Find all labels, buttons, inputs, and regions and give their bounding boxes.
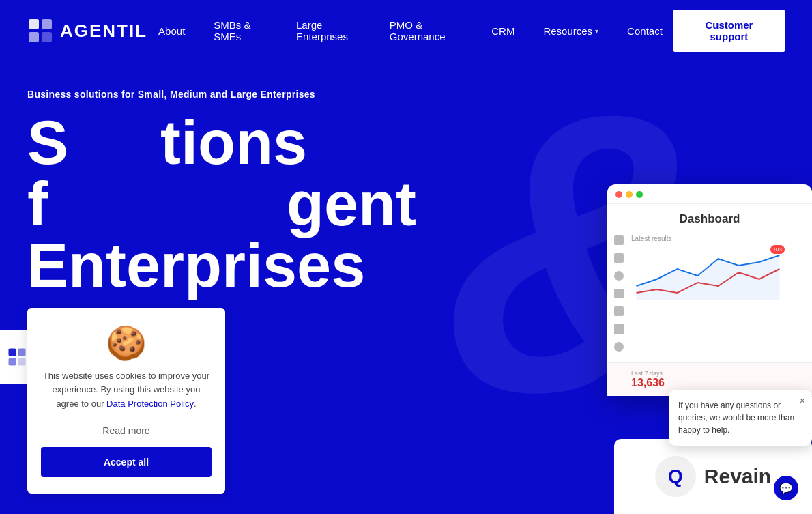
- sidebar-icon-clock: [614, 271, 624, 281]
- nav-item-pmo[interactable]: PMO & Governance: [379, 14, 474, 48]
- svg-rect-7: [8, 358, 16, 365]
- chat-bubble-icon[interactable]: 💬: [774, 476, 798, 500]
- navbar-right: Customer support: [673, 10, 785, 52]
- customer-support-button[interactable]: Customer support: [673, 10, 785, 52]
- sidebar-icon-home: [614, 235, 624, 245]
- chart-lines: 103: [631, 245, 792, 300]
- chart-label: Latest results: [631, 235, 792, 242]
- hero-title-line1: Solutions: [27, 112, 621, 173]
- data-protection-link[interactable]: Data Protection Policy: [106, 399, 194, 409]
- nav-item-contact[interactable]: Contact: [616, 20, 673, 42]
- close-icon[interactable]: ×: [800, 395, 805, 406]
- chat-widget: × If you have any questions or queries, …: [669, 390, 812, 446]
- svg-rect-5: [8, 348, 16, 356]
- cookie-text: This website uses cookies to improve you…: [41, 369, 212, 412]
- nav-item-resources[interactable]: Resources ▾: [532, 20, 609, 42]
- nav-item-crm[interactable]: CRM: [480, 20, 525, 42]
- accept-all-button[interactable]: Accept all: [41, 447, 212, 477]
- stat-label: Last 7 days: [631, 370, 802, 377]
- svg-rect-2: [29, 32, 39, 42]
- read-more-button[interactable]: Read more: [41, 421, 212, 440]
- sidebar-icon-check: [614, 306, 624, 316]
- chat-message: If you have any questions or queries, we…: [678, 399, 802, 436]
- revain-badge: Q Revain 💬: [614, 439, 812, 514]
- bottom-logo-icon: [8, 347, 27, 367]
- stat-value: 13,636: [631, 377, 802, 389]
- navbar-left: AGENTIL: [27, 18, 147, 44]
- dot-yellow: [626, 191, 633, 198]
- nav-item-smbs[interactable]: SMBs & SMEs: [203, 14, 278, 48]
- dashboard-mockup: Dashboard Latest results 103 Last 7 days…: [607, 184, 812, 396]
- svg-rect-0: [29, 19, 39, 29]
- svg-rect-3: [42, 32, 52, 42]
- svg-rect-8: [18, 358, 25, 365]
- dashboard-sidebar-icons: [614, 215, 624, 352]
- chart-svg: [631, 245, 792, 300]
- dashboard-chart-area: Latest results 103: [607, 235, 812, 300]
- sidebar-icon-share: [614, 324, 624, 334]
- sidebar-icon-more: [614, 342, 624, 352]
- cookie-icon: 🍪: [41, 324, 212, 362]
- logo-icon: [27, 18, 53, 44]
- dashboard-top-bar: [607, 184, 812, 204]
- logo[interactable]: AGENTIL: [27, 18, 147, 44]
- chevron-down-icon: ▾: [595, 27, 598, 35]
- cookie-popup: 🍪 This website uses cookies to improve y…: [27, 308, 225, 494]
- nav-item-about[interactable]: About: [147, 20, 196, 42]
- revain-logo-circle: Q: [655, 456, 696, 497]
- navbar: AGENTIL About SMBs & SMEs Large Enterpri…: [0, 0, 812, 61]
- hero-title-line2: for Intelligent Enterprises: [27, 173, 621, 296]
- sidebar-icon-grid: [614, 253, 624, 263]
- hero-subtitle: Business solutions for Small, Medium and…: [27, 89, 785, 100]
- chart-badge: 103: [770, 245, 785, 254]
- hero-title: Solutions for Intelligent Enterprises: [27, 112, 621, 296]
- dot-red: [615, 191, 622, 198]
- nav-item-large[interactable]: Large Enterprises: [285, 14, 372, 48]
- navbar-center: About SMBs & SMEs Large Enterprises PMO …: [147, 14, 673, 48]
- dashboard-title: Dashboard: [607, 204, 812, 231]
- revain-text: Revain: [704, 465, 771, 488]
- cookie-text-after: .: [194, 399, 197, 409]
- sidebar-icon-star: [614, 289, 624, 298]
- svg-rect-6: [18, 348, 25, 356]
- svg-rect-1: [42, 19, 52, 29]
- brand-name: AGENTIL: [60, 20, 147, 42]
- dot-green: [636, 191, 643, 198]
